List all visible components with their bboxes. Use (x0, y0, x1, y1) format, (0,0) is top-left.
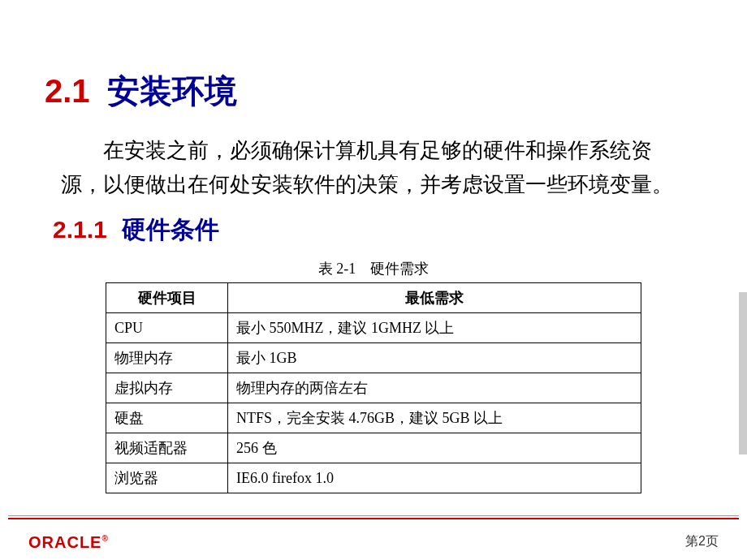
logo-text: ORACLE (28, 533, 101, 551)
slide-content: 2.1 安装环境 在安装之前，必须确保计算机具有足够的硬件和操作系统资源，以便做… (0, 0, 747, 560)
section-heading: 2.1 安装环境 (37, 69, 710, 114)
table-row: 物理内存 最小 1GB (106, 343, 641, 373)
cell-requirement: 物理内存的两倍左右 (228, 373, 641, 403)
table-row: 视频适配器 256 色 (106, 433, 641, 463)
table-row: 浏览器 IE6.0 firefox 1.0 (106, 463, 641, 493)
registered-mark: ® (101, 534, 108, 543)
subsection-title: 硬件条件 (122, 216, 219, 243)
subsection-number: 2.1.1 (53, 216, 107, 243)
section-title: 安装环境 (107, 73, 237, 109)
footer-divider-grey (8, 515, 739, 516)
page-number: 第2页 (685, 533, 719, 550)
cell-item: 虚拟内存 (106, 373, 228, 403)
table-caption: 表 2-1 硬件需求 (37, 259, 710, 278)
cell-requirement: IE6.0 firefox 1.0 (228, 463, 641, 493)
slide-footer: ORACLE® 第2页 (0, 515, 747, 560)
section-number: 2.1 (45, 73, 90, 109)
subsection-heading: 2.1.1 硬件条件 (37, 213, 710, 247)
cell-item: 视频适配器 (106, 433, 228, 463)
table-header-row: 硬件项目 最低需求 (106, 283, 641, 313)
hardware-requirements-table: 硬件项目 最低需求 CPU 最小 550MHZ，建议 1GMHZ 以上 物理内存… (106, 282, 641, 493)
cell-requirement: NTFS，完全安装 4.76GB，建议 5GB 以上 (228, 403, 641, 433)
intro-paragraph: 在安装之前，必须确保计算机具有足够的硬件和操作系统资源，以便做出在何处安装软件的… (37, 134, 710, 201)
cell-requirement: 最小 550MHZ，建议 1GMHZ 以上 (228, 313, 641, 343)
header-requirement: 最低需求 (228, 283, 641, 313)
cell-item: 物理内存 (106, 343, 228, 373)
cell-item: 浏览器 (106, 463, 228, 493)
table-row: 硬盘 NTFS，完全安装 4.76GB，建议 5GB 以上 (106, 403, 641, 433)
cell-requirement: 256 色 (228, 433, 641, 463)
table-row: 虚拟内存 物理内存的两倍左右 (106, 373, 641, 403)
cell-item: 硬盘 (106, 403, 228, 433)
footer-divider-red (8, 518, 739, 519)
cell-requirement: 最小 1GB (228, 343, 641, 373)
table-row: CPU 最小 550MHZ，建议 1GMHZ 以上 (106, 313, 641, 343)
oracle-logo: ORACLE® (28, 533, 109, 552)
side-decoration (739, 292, 747, 454)
header-item: 硬件项目 (106, 283, 228, 313)
cell-item: CPU (106, 313, 228, 343)
